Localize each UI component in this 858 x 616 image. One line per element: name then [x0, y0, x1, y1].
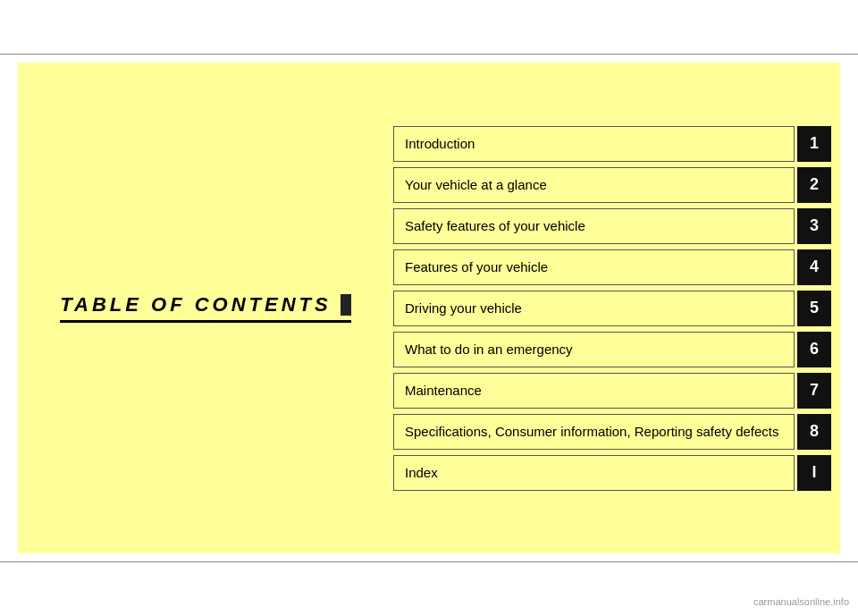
left-panel: TABLE OF CONTENTS	[18, 63, 393, 553]
toc-row[interactable]: Maintenance7	[393, 373, 831, 409]
toc-title: TABLE OF CONTENTS	[60, 293, 350, 323]
toc-label-3: Safety features of your vehicle	[393, 208, 795, 244]
toc-row[interactable]: What to do in an emergency6	[393, 332, 831, 367]
toc-label-6: What to do in an emergency	[393, 332, 795, 367]
toc-number-2: 2	[797, 167, 831, 203]
toc-list: Introduction1Your vehicle at a glance2Sa…	[393, 63, 840, 553]
toc-number-4: 4	[797, 249, 831, 285]
toc-number-8: 8	[797, 414, 831, 450]
toc-row[interactable]: Specifications, Consumer information, Re…	[393, 414, 831, 450]
toc-label-5: Driving your vehicle	[393, 291, 795, 326]
bottom-divider	[0, 561, 858, 562]
toc-number-5: 5	[797, 291, 831, 326]
toc-number-1: 1	[797, 126, 831, 162]
title-marker	[341, 294, 351, 316]
toc-row[interactable]: Safety features of your vehicle3	[393, 208, 831, 244]
toc-label-7: Maintenance	[393, 373, 795, 409]
toc-label-1: Introduction	[393, 126, 795, 162]
main-content-area: TABLE OF CONTENTS Introduction1Your vehi…	[18, 63, 840, 553]
toc-number-6: 6	[797, 332, 831, 367]
toc-row[interactable]: Your vehicle at a glance2	[393, 167, 831, 203]
toc-number-9: I	[797, 455, 831, 491]
toc-label-8: Specifications, Consumer information, Re…	[393, 414, 795, 450]
toc-row[interactable]: Introduction1	[393, 126, 831, 162]
toc-row[interactable]: Driving your vehicle5	[393, 291, 831, 326]
toc-label-4: Features of your vehicle	[393, 249, 795, 285]
toc-number-3: 3	[797, 208, 831, 244]
toc-number-7: 7	[797, 373, 831, 409]
toc-title-text: TABLE OF CONTENTS	[60, 293, 331, 316]
watermark: carmanualsonline.info	[753, 596, 849, 607]
toc-row[interactable]: IndexI	[393, 455, 831, 491]
toc-label-9: Index	[393, 455, 795, 491]
top-divider	[0, 54, 858, 55]
toc-label-2: Your vehicle at a glance	[393, 167, 795, 203]
toc-row[interactable]: Features of your vehicle4	[393, 249, 831, 285]
